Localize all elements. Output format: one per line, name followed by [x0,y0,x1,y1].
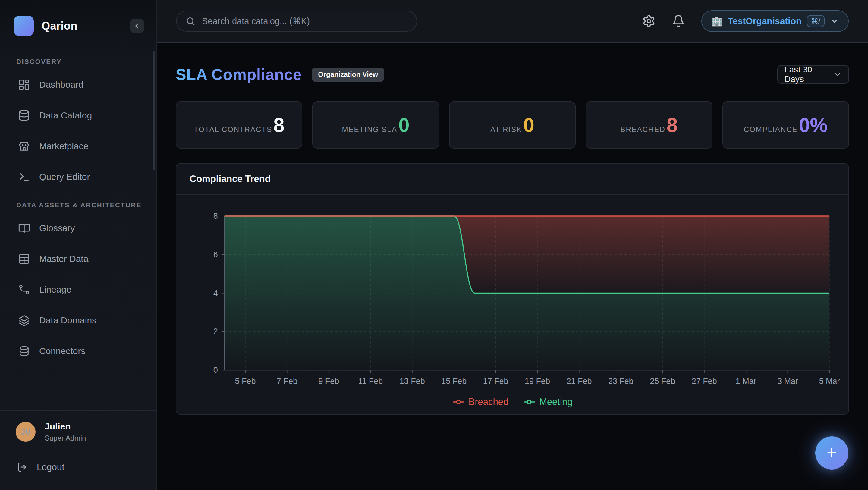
sidebar-item-lineage[interactable]: Lineage [14,276,144,303]
layers-icon [18,314,30,326]
sidebar-item-label: Glossary [39,223,75,233]
org-switcher[interactable]: 🏢 TestOrganisation ⌘/ [701,10,849,32]
sidebar-item-master-data[interactable]: Master Data [14,245,144,272]
sidebar-item-data-catalog[interactable]: Data Catalog [14,102,144,129]
y-tick-label: 4 [213,289,218,298]
trend-chart-svg: 024685 Feb7 Feb9 Feb11 Feb13 Feb15 Feb17… [176,195,848,391]
sidebar-nav: DISCOVERYDashboardData CatalogMarketplac… [0,39,156,368]
logout-button[interactable]: Logout [16,442,144,490]
sidebar-item-dashboard[interactable]: Dashboard [14,71,144,98]
building-icon: 🏢 [711,16,722,27]
avatar: JU [16,422,36,442]
chart-body: 024685 Feb7 Feb9 Feb11 Feb13 Feb15 Feb17… [176,195,848,414]
main-column: 🏢 TestOrganisation ⌘/ SLA Compliance Org… [157,0,868,490]
date-range-value: Last 30 Days [784,65,833,84]
app-root: Qarion DISCOVERYDashboardData CatalogMar… [0,0,868,490]
stat-value: 0% [799,114,827,136]
sidebar-item-label: Connectors [39,346,85,356]
stat-inner: BREACHED 8 [620,114,678,136]
stat-card-meeting-sla: MEETING SLA 0 [312,101,439,149]
notifications-button[interactable] [672,14,685,28]
terminal-icon [18,171,30,183]
add-button[interactable]: + [815,436,848,469]
logout-label: Logout [37,462,64,472]
table-icon [18,253,30,265]
title-row: SLA Compliance Organization View Last 30… [176,65,849,84]
stat-inner: MEETING SLA 0 [342,114,410,136]
sidebar-item-label: Lineage [39,284,71,295]
user-info: JU Julien Super Admin [16,421,144,442]
stat-label: MEETING SLA [342,125,397,134]
x-tick-label: 21 Feb [567,377,592,386]
stat-card-at-risk: AT RISK 0 [449,101,576,149]
x-tick-label: 27 Feb [692,377,717,386]
chevron-left-icon [133,22,141,30]
x-tick-label: 5 Feb [235,377,256,386]
y-tick-label: 6 [213,250,218,259]
lineage-icon [18,283,30,296]
stat-card-compliance: COMPLIANCE 0% [722,101,849,149]
x-tick-label: 17 Feb [483,377,508,386]
legend-item-breached[interactable]: Breached [452,397,508,407]
compliance-trend-card: Compliance Trend 024685 Feb7 Feb9 Feb11 … [176,163,849,415]
x-tick-label: 11 Feb [358,377,383,386]
brand-logo [14,16,34,36]
dashboard-icon [18,79,30,91]
sidebar-item-label: Marketplace [39,141,88,151]
legend-item-meeting[interactable]: Meeting [523,397,572,407]
sidebar-scrollbar[interactable] [153,51,155,170]
connectors-icon [18,345,30,357]
stat-inner: COMPLIANCE 0% [744,114,828,136]
search-icon [186,16,195,26]
stat-inner: TOTAL CONTRACTS 8 [194,114,284,136]
sidebar-item-label: Data Domains [39,315,96,326]
sidebar-item-label: Query Editor [39,172,90,182]
x-tick-label: 15 Feb [441,377,467,386]
chevron-down-icon [830,17,839,26]
x-tick-label: 25 Feb [650,377,675,386]
stat-label: COMPLIANCE [744,125,798,134]
sidebar-item-marketplace[interactable]: Marketplace [14,132,144,160]
sidebar-header: Qarion [0,0,156,39]
sidebar-item-connectors[interactable]: Connectors [14,338,144,365]
date-range-select[interactable]: Last 30 Days [777,65,849,84]
sidebar-item-data-domains[interactable]: Data Domains [14,307,144,334]
x-tick-label: 7 Feb [277,377,298,386]
stat-label: BREACHED [620,125,665,134]
topbar-actions: 🏢 TestOrganisation ⌘/ [642,10,849,32]
x-tick-label: 9 Feb [318,377,339,386]
org-shortcut-badge: ⌘/ [807,15,825,27]
x-tick-label: 13 Feb [400,377,425,386]
user-name: Julien [44,421,86,432]
nav-section-label: DATA ASSETS & ARCHITECTURE [16,201,144,209]
sidebar-footer: JU Julien Super Admin Logout [0,410,156,490]
settings-button[interactable] [642,14,655,28]
stat-value: 0 [398,114,410,136]
x-tick-label: 19 Feb [525,377,550,386]
nav-section-label: DISCOVERY [16,58,144,66]
sidebar: Qarion DISCOVERYDashboardData CatalogMar… [0,0,157,490]
main-content: SLA Compliance Organization View Last 30… [157,43,868,490]
search-input[interactable] [202,16,407,26]
sidebar-item-query-editor[interactable]: Query Editor [14,163,144,190]
x-tick-label: 23 Feb [608,377,633,386]
logout-icon [17,462,28,472]
stats-row: TOTAL CONTRACTS 8 MEETING SLA 0 AT RISK … [176,101,849,149]
legend-marker-icon [523,399,535,405]
stat-card-breached: BREACHED 8 [586,101,712,149]
chart-title: Compliance Trend [190,174,271,184]
stat-inner: AT RISK 0 [490,114,534,136]
stat-label: AT RISK [490,125,522,134]
stat-value: 0 [523,114,534,136]
book-icon [18,222,30,234]
search-bar [176,10,417,32]
sidebar-item-glossary[interactable]: Glossary [14,215,144,242]
stat-value: 8 [667,114,678,136]
plus-icon: + [827,443,837,461]
sidebar-collapse-button[interactable] [130,19,144,33]
x-tick-label: 1 Mar [736,377,756,386]
page-title: SLA Compliance [176,65,302,84]
org-name: TestOrganisation [728,16,801,26]
chevron-down-icon [833,70,842,79]
sidebar-item-label: Data Catalog [39,110,92,121]
